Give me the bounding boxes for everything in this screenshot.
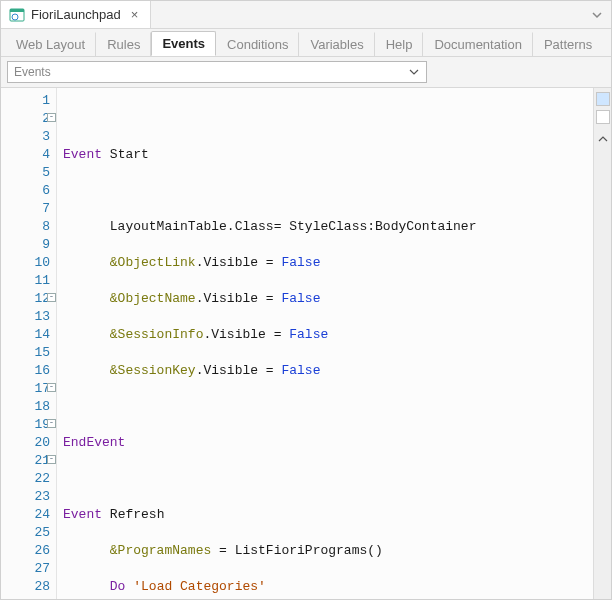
fold-toggle-icon[interactable]: -: [47, 113, 56, 122]
line-number: 1: [1, 92, 50, 110]
line-number: 19-: [1, 416, 50, 434]
line-number: 13: [1, 308, 50, 326]
spacer: [151, 1, 583, 28]
chevron-down-icon[interactable]: [583, 1, 611, 28]
file-tab[interactable]: FioriLaunchpad ×: [1, 1, 151, 28]
line-number: 7: [1, 200, 50, 218]
line-number: 28: [1, 578, 50, 596]
line-number: 27: [1, 560, 50, 578]
tab-variables[interactable]: Variables: [299, 32, 374, 56]
line-number: 4: [1, 146, 50, 164]
file-tab-title: FioriLaunchpad: [31, 7, 121, 22]
code-area[interactable]: Event Start LayoutMainTable.Class= Style…: [57, 88, 593, 599]
tabstrip: Web Layout Rules Events Conditions Varia…: [1, 29, 611, 57]
line-number: 12-: [1, 290, 50, 308]
line-number: 15: [1, 344, 50, 362]
overview-marker: [596, 110, 610, 124]
line-number: 23: [1, 488, 50, 506]
line-number: 16: [1, 362, 50, 380]
svg-rect-1: [10, 9, 24, 12]
line-number: 24: [1, 506, 50, 524]
line-number: 22: [1, 470, 50, 488]
tab-events[interactable]: Events: [151, 31, 216, 56]
fold-toggle-icon[interactable]: -: [47, 455, 56, 464]
line-number: 6: [1, 182, 50, 200]
tab-help[interactable]: Help: [375, 32, 424, 56]
line-number: 20: [1, 434, 50, 452]
line-number: 11: [1, 272, 50, 290]
line-number: 18: [1, 398, 50, 416]
line-number: 2-: [1, 110, 50, 128]
scroll-up-icon[interactable]: [596, 132, 610, 146]
fold-toggle-icon[interactable]: -: [47, 419, 56, 428]
line-number: 26: [1, 542, 50, 560]
line-number: 8: [1, 218, 50, 236]
ide-window: FioriLaunchpad × Web Layout Rules Events…: [0, 0, 612, 600]
tab-rules[interactable]: Rules: [96, 32, 151, 56]
line-number: 3: [1, 128, 50, 146]
line-number: 17-: [1, 380, 50, 398]
editor: 12-3456789101112-1314151617-1819-2021-22…: [1, 88, 611, 599]
toolbar: Events: [1, 57, 611, 88]
vertical-scrollbar[interactable]: [593, 88, 611, 599]
dropdown-selected: Events: [14, 65, 51, 79]
chevron-down-icon: [406, 64, 422, 80]
close-icon[interactable]: ×: [127, 7, 143, 22]
tab-patterns[interactable]: Patterns: [533, 32, 603, 56]
line-number: 5: [1, 164, 50, 182]
line-number: 25: [1, 524, 50, 542]
tab-web-layout[interactable]: Web Layout: [5, 32, 96, 56]
line-number: 10: [1, 254, 50, 272]
overview-marker: [596, 92, 610, 106]
line-gutter: 12-3456789101112-1314151617-1819-2021-22…: [1, 88, 57, 599]
line-number: 29: [1, 596, 50, 599]
web-panel-icon: [9, 7, 25, 23]
line-number: 9: [1, 236, 50, 254]
line-number: 21-: [1, 452, 50, 470]
line-number: 14: [1, 326, 50, 344]
fold-toggle-icon[interactable]: -: [47, 293, 56, 302]
tab-documentation[interactable]: Documentation: [423, 32, 532, 56]
events-dropdown[interactable]: Events: [7, 61, 427, 83]
tab-conditions[interactable]: Conditions: [216, 32, 299, 56]
fold-toggle-icon[interactable]: -: [47, 383, 56, 392]
titlebar: FioriLaunchpad ×: [1, 1, 611, 29]
